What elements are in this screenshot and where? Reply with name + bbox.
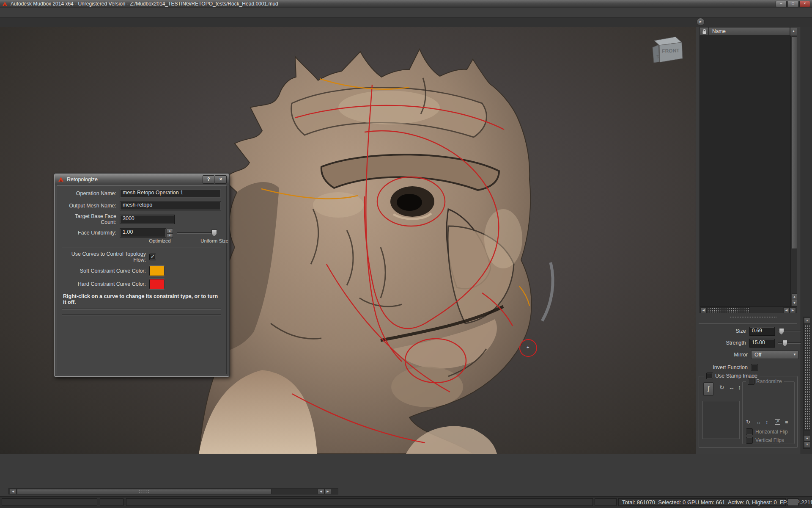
panel-splitter-grip[interactable] xyxy=(730,317,776,318)
menu-bar xyxy=(0,8,812,18)
tools-scroll-left2-button[interactable]: ◀ xyxy=(318,489,324,494)
randomize-checkbox[interactable] xyxy=(748,378,754,385)
retopologize-dialog: Retopologize ? × Operation Name: mesh Re… xyxy=(54,174,229,377)
soft-constraint-color-swatch[interactable] xyxy=(149,266,165,276)
dialog-separator-3 xyxy=(62,314,221,315)
properties-scroll-up-button[interactable]: ▲ xyxy=(804,318,810,324)
mirror-dropdown[interactable]: Off ▼ xyxy=(751,351,798,359)
invert-function-label: Invert Function xyxy=(696,364,751,370)
target-face-count-input[interactable]: 3000 xyxy=(120,215,175,224)
stamp-curve-button[interactable]: ʃ xyxy=(703,382,713,396)
lock-column-header[interactable] xyxy=(700,27,709,36)
name-column-header[interactable]: Name xyxy=(709,27,790,36)
spinner-down-icon[interactable]: ▼ xyxy=(167,233,173,238)
spinner-up-icon[interactable]: ▲ xyxy=(167,229,173,233)
size-slider[interactable] xyxy=(778,327,801,335)
operation-name-input[interactable]: mesh Retopo Operation 1 xyxy=(120,189,221,198)
flip-vertical-icon[interactable]: ↕ xyxy=(738,384,741,391)
flip-horizontal-icon[interactable]: ↔ xyxy=(729,384,735,391)
mudbox-dialog-icon xyxy=(58,177,64,182)
output-mesh-name-input[interactable]: mesh-retopo xyxy=(120,201,221,210)
status-segment-4 xyxy=(595,498,617,506)
random-hmove-icon[interactable]: ↔ xyxy=(756,419,761,425)
dialog-close-button[interactable]: × xyxy=(215,175,227,184)
object-list-panel: Name ▲ ▲ ▼ ◀ ◀ ▶ Size 0.69 Strength 15.0… xyxy=(696,27,801,454)
tools-horizontal-scrollbar[interactable]: ◀ ◀ ▶ xyxy=(8,488,338,494)
operation-name-row: Operation Name: mesh Retopo Operation 1 xyxy=(62,189,221,198)
operation-name-label: Operation Name: xyxy=(62,190,120,196)
dialog-help-button[interactable]: ? xyxy=(203,175,214,184)
properties-scroll-up2-button[interactable]: ▲ xyxy=(804,435,810,442)
random-vmove-icon[interactable]: ↕ xyxy=(765,419,768,425)
size-input[interactable]: 0.69 xyxy=(749,327,775,336)
invert-function-row: Invert Function xyxy=(696,362,801,373)
randomize-group: Randomize ↻ ↔ ↕ ↗ ■ Horizontal Flip Vert… xyxy=(742,381,795,444)
face-uniformity-spinner[interactable]: ▲▼ xyxy=(167,229,173,237)
chevron-down-icon: ▼ xyxy=(791,351,798,359)
hard-constraint-color-swatch[interactable] xyxy=(149,279,165,289)
mudbox-logo-icon xyxy=(2,1,8,6)
random-square-icon[interactable]: ■ xyxy=(785,419,788,425)
tree-horizontal-scrollbar[interactable]: ◀ ◀ ▶ xyxy=(700,306,797,313)
uniform-size-caption: Uniform Size xyxy=(200,238,228,243)
tree-hscroll-thumb[interactable] xyxy=(707,307,750,313)
size-label: Size xyxy=(696,328,749,334)
use-stamp-image-checkbox[interactable] xyxy=(706,373,713,379)
minimize-button[interactable]: – xyxy=(776,1,787,7)
strength-label: Strength xyxy=(696,340,749,346)
status-segment-5 xyxy=(787,498,798,506)
horizontal-flip-checkbox[interactable] xyxy=(746,428,753,435)
dialog-title-bar[interactable]: Retopologize ? × xyxy=(55,174,229,185)
tree-scroll-left-button[interactable]: ◀ xyxy=(700,307,707,313)
status-segment-3 xyxy=(126,498,593,506)
face-uniformity-slider[interactable] xyxy=(177,229,217,237)
strength-property-row: Strength 15.00 xyxy=(696,338,801,348)
tools-scroll-thumb[interactable] xyxy=(17,489,272,494)
use-curves-checkbox[interactable]: ✓ xyxy=(149,254,156,260)
mirror-label: Mirror xyxy=(696,352,751,358)
tools-scroll-left-button[interactable]: ◀ xyxy=(10,489,16,494)
stamp-preview-box[interactable] xyxy=(702,401,740,439)
use-curves-row: Use Curves to Control Topology Flow: ✓ xyxy=(62,251,221,263)
face-uniformity-label: Face Uniformity: xyxy=(62,230,120,236)
properties-scroll-down-button[interactable]: ▼ xyxy=(804,442,810,448)
object-list-collapse-button[interactable]: ▸ xyxy=(697,18,705,26)
dialog-note: Right-click on a curve to change its con… xyxy=(63,293,220,305)
randomize-label: Randomize xyxy=(756,378,782,384)
vertical-flip-checkbox[interactable] xyxy=(746,437,753,444)
output-mesh-name-row: Output Mesh Name: mesh-retopo xyxy=(62,201,221,210)
soft-color-row: Soft Constraint Curve Color: xyxy=(62,266,221,276)
status-segment-1 xyxy=(2,498,97,506)
face-uniformity-input[interactable]: 1.00 xyxy=(120,228,166,237)
mudbox-application-window: Autodesk Mudbox 2014 x64 - Unregistered … xyxy=(0,0,812,508)
mirror-value: Off xyxy=(754,352,761,358)
scene-tree xyxy=(700,36,791,306)
tree-vscroll-thumb[interactable] xyxy=(792,36,797,249)
vertical-flip-row: Vertical Flips xyxy=(746,437,784,444)
face-uniformity-row: Face Uniformity: 1.00 ▲▼ xyxy=(62,228,221,237)
scene-statistics: Total: 861070 Selected: 0 GPU Mem: 661 A… xyxy=(619,499,785,506)
strength-slider[interactable] xyxy=(778,339,801,347)
strength-input[interactable]: 15.00 xyxy=(749,339,775,348)
tree-scroll-left-end-button[interactable]: ◀ xyxy=(783,307,790,313)
view-cube[interactable]: FRONT FT xyxy=(649,31,687,67)
tree-scroll-right-button[interactable]: ▶ xyxy=(790,307,796,313)
stamp-image-group: Use Stamp Image ʃ ↻ ↔ ↕ Randomize ↻ ↔ ↕ … xyxy=(699,376,798,448)
random-rotate-icon[interactable]: ↻ xyxy=(746,419,750,425)
tree-scroll-down-button[interactable]: ▼ xyxy=(792,300,797,306)
dialog-separator xyxy=(62,247,221,248)
maximize-button[interactable]: □ xyxy=(787,1,798,7)
close-button[interactable]: × xyxy=(799,1,810,7)
rotate-stamp-icon[interactable]: ↻ xyxy=(719,384,724,391)
scroll-up-button[interactable]: ▲ xyxy=(790,27,797,36)
soft-color-label: Soft Constraint Curve Color: xyxy=(62,268,149,274)
invert-function-checkbox[interactable] xyxy=(751,364,758,371)
tools-scroll-right-button[interactable]: ▶ xyxy=(324,489,331,494)
vertical-flip-label: Vertical Flips xyxy=(755,437,784,443)
properties-scroll-thumb[interactable] xyxy=(804,324,810,431)
properties-scrollbar[interactable]: ▲ ▲ ▼ xyxy=(803,317,810,449)
tree-vertical-scrollbar[interactable]: ▲ ▼ xyxy=(791,36,797,306)
random-scale-icon[interactable]: ↗ xyxy=(775,419,780,425)
tree-scroll-up-button[interactable]: ▲ xyxy=(792,293,797,300)
horizontal-flip-row: Horizontal Flip xyxy=(746,428,788,435)
